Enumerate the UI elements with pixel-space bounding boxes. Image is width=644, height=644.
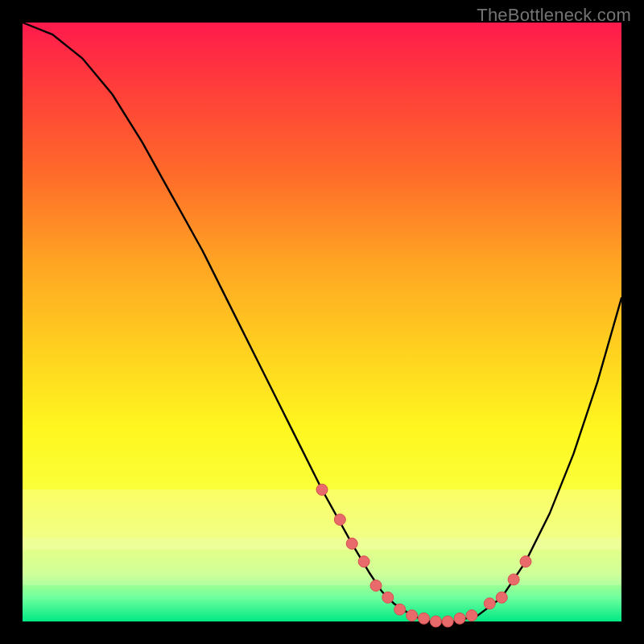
bottleneck-curve: [23, 23, 621, 621]
watermark-text: TheBottleneck.com: [477, 5, 631, 26]
curve-marker: [454, 613, 465, 624]
curve-markers: [316, 484, 531, 627]
curve-marker: [346, 538, 357, 549]
curve-marker: [382, 592, 394, 603]
curve-marker: [334, 514, 345, 526]
curve-marker: [419, 613, 430, 624]
curve-marker: [430, 616, 441, 627]
curve-marker: [358, 556, 369, 568]
curve-marker: [496, 592, 507, 603]
curve-marker: [370, 580, 382, 591]
curve-marker: [508, 574, 519, 585]
curve-marker: [442, 616, 453, 627]
curve-marker: [394, 604, 406, 615]
plot-area: [23, 23, 621, 621]
curve-marker: [484, 598, 495, 609]
curve-marker: [466, 610, 477, 621]
curve-marker: [316, 484, 328, 495]
chart-frame: TheBottleneck.com: [0, 0, 644, 644]
curve-marker: [407, 610, 418, 621]
curve-marker: [520, 556, 531, 568]
curve-layer: [23, 23, 621, 621]
